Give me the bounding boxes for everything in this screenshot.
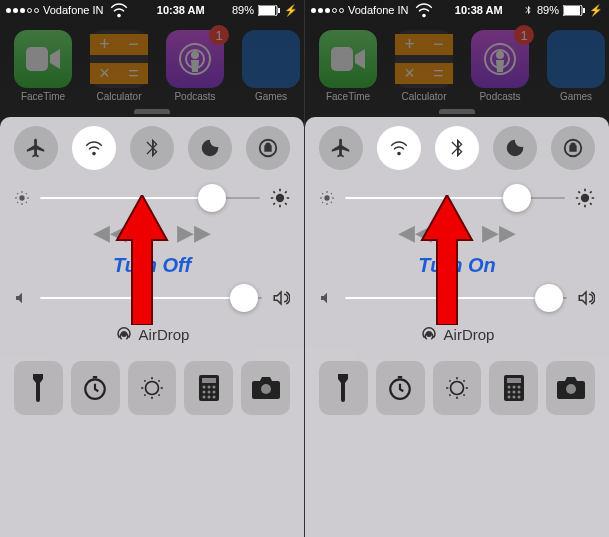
calculator-button[interactable] [489, 361, 538, 415]
svg-point-24 [261, 384, 271, 394]
lock-rotation-icon [257, 137, 279, 159]
app-calculator[interactable]: +−×=Calculator [395, 30, 453, 102]
svg-rect-39 [507, 378, 521, 383]
svg-point-47 [512, 396, 515, 399]
bluetooth-status-icon [523, 0, 533, 21]
carrier: Vodafone IN [348, 4, 409, 16]
svg-point-8 [19, 195, 24, 200]
svg-point-17 [212, 386, 215, 389]
svg-point-19 [207, 391, 210, 394]
badge: 1 [209, 25, 229, 45]
calculator-button[interactable] [184, 361, 233, 415]
wifi-icon [83, 137, 105, 159]
wifi-toggle[interactable] [377, 126, 421, 170]
app-games[interactable]: Games [242, 30, 300, 102]
svg-point-23 [212, 396, 215, 399]
clock: 10:38 AM [157, 4, 205, 16]
svg-point-22 [207, 396, 210, 399]
home-apps: FaceTime +−×=Calculator 1Podcasts Games [305, 20, 609, 112]
svg-point-16 [207, 386, 210, 389]
bluetooth-toggle[interactable] [130, 126, 174, 170]
svg-point-45 [517, 391, 520, 394]
status-bar: Vodafone IN 10:38 AM 89% ⚡ [0, 0, 304, 20]
flashlight-button[interactable] [319, 361, 368, 415]
bluetooth-toggle[interactable] [435, 126, 479, 170]
camera-button[interactable] [546, 361, 595, 415]
control-center: ◀◀ ▶▶ Turn On AirDrop [305, 117, 609, 537]
brightness-high-icon [270, 188, 290, 208]
airdrop-button[interactable]: AirDrop [319, 325, 595, 343]
nightshift-button[interactable] [128, 361, 177, 415]
charging-icon: ⚡ [284, 4, 298, 17]
grabber[interactable] [134, 109, 170, 114]
battery-icon [258, 5, 280, 16]
dnd-toggle[interactable] [493, 126, 537, 170]
phone-right: Vodafone IN 10:38 AM 89% ⚡ FaceTime +−×=… [305, 0, 609, 537]
next-track-button[interactable]: ▶▶ [482, 220, 516, 246]
flashlight-icon [28, 374, 48, 402]
camera-icon [252, 377, 280, 399]
nightshift-button[interactable] [433, 361, 482, 415]
wifi-icon [108, 0, 130, 21]
charging-icon: ⚡ [589, 4, 603, 17]
wifi-icon [388, 137, 410, 159]
svg-point-18 [202, 391, 205, 394]
rotation-lock-toggle[interactable] [246, 126, 290, 170]
signal-icon [311, 8, 344, 13]
app-podcasts[interactable]: 1Podcasts [471, 30, 529, 102]
moon-icon [504, 137, 526, 159]
svg-point-48 [517, 396, 520, 399]
svg-point-34 [581, 194, 589, 202]
airplane-icon [330, 137, 352, 159]
control-center: ◀◀ ▶▶ Turn Off AirDrop [0, 117, 304, 537]
rotation-lock-toggle[interactable] [551, 126, 595, 170]
airdrop-button[interactable]: AirDrop [14, 325, 290, 343]
bluetooth-icon [446, 137, 468, 159]
moon-icon [199, 137, 221, 159]
app-facetime[interactable]: FaceTime [319, 30, 377, 102]
svg-rect-28 [331, 47, 353, 71]
svg-point-44 [512, 391, 515, 394]
app-facetime[interactable]: FaceTime [14, 30, 72, 102]
clock: 10:38 AM [455, 4, 503, 16]
airplane-toggle[interactable] [14, 126, 58, 170]
volume-high-icon [577, 289, 595, 307]
battery-pct: 89% [232, 4, 254, 16]
camera-button[interactable] [241, 361, 290, 415]
battery-pct: 89% [537, 4, 559, 16]
svg-rect-1 [259, 6, 275, 15]
svg-point-21 [202, 396, 205, 399]
next-track-button[interactable]: ▶▶ [177, 220, 211, 246]
app-podcasts[interactable]: 1Podcasts [166, 30, 224, 102]
grabber[interactable] [439, 109, 475, 114]
lock-rotation-icon [562, 137, 584, 159]
svg-rect-27 [583, 8, 585, 13]
svg-point-43 [507, 391, 510, 394]
brightness-low-icon [14, 190, 30, 206]
svg-rect-3 [26, 47, 48, 71]
airplane-toggle[interactable] [319, 126, 363, 170]
carrier: Vodafone IN [43, 4, 104, 16]
annotation-arrow [112, 195, 172, 325]
app-games[interactable]: Games [547, 30, 605, 102]
timer-icon [82, 375, 108, 401]
svg-point-33 [324, 195, 329, 200]
wifi-toggle[interactable] [72, 126, 116, 170]
svg-point-20 [212, 391, 215, 394]
volume-low-icon [319, 290, 335, 306]
camera-icon [557, 377, 585, 399]
svg-point-6 [192, 52, 198, 58]
svg-rect-26 [564, 6, 580, 15]
svg-point-49 [566, 384, 576, 394]
svg-point-9 [276, 194, 284, 202]
timer-button[interactable] [71, 361, 120, 415]
brightness-low-icon [319, 190, 335, 206]
app-calculator[interactable]: +−×=Calculator [90, 30, 148, 102]
badge: 1 [514, 25, 534, 45]
dnd-toggle[interactable] [188, 126, 232, 170]
svg-point-12 [145, 382, 158, 395]
svg-rect-2 [278, 8, 280, 13]
flashlight-button[interactable] [14, 361, 63, 415]
airdrop-icon [115, 325, 133, 343]
timer-button[interactable] [376, 361, 425, 415]
